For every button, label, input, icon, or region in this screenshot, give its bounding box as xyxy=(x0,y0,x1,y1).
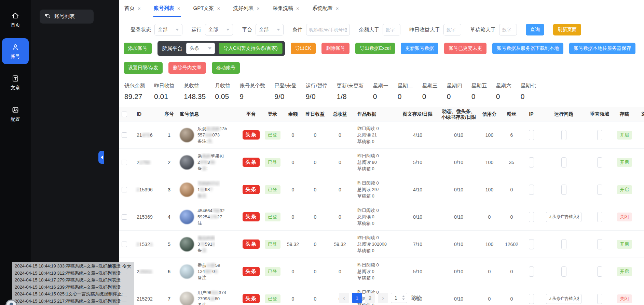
tab-account-list[interactable]: 账号列表× xyxy=(154,0,180,17)
draft-store-tag: 开启 xyxy=(617,131,632,140)
vertical-domain-input[interactable] xyxy=(597,239,602,249)
vertical-domain-input[interactable] xyxy=(597,185,602,195)
upload-to-server-button[interactable]: 账号数据本地传服务器保存 xyxy=(569,43,635,54)
filter-yesterday-income-gt-input[interactable] xyxy=(443,24,461,35)
export-excel-button[interactable]: 导出数据Excel xyxy=(355,43,395,54)
ip-input[interactable] xyxy=(529,212,534,222)
run-issue-input[interactable] xyxy=(561,239,566,249)
sidebar-item-account[interactable]: 账号 xyxy=(2,38,29,64)
cell-value: 0 xyxy=(510,214,513,220)
run-issue-input[interactable] xyxy=(546,212,581,222)
panel-collapse-handle[interactable] xyxy=(98,151,104,164)
works-data-line: 总阅读 80 xyxy=(357,159,377,165)
tab-close-icon[interactable]: × xyxy=(296,5,299,11)
row-index: 7 xyxy=(168,296,170,302)
next-page-button[interactable]: › xyxy=(378,293,388,303)
import-ck-button[interactable]: 导入CK(暂支持头条/百家) xyxy=(219,43,283,54)
works-data-line: 总阅读 302008 xyxy=(357,241,387,247)
stat-value: 0.01 xyxy=(154,92,175,101)
ip-input[interactable] xyxy=(529,266,534,277)
filter-platform-select[interactable]: 全部 xyxy=(256,24,284,35)
tab-system-config[interactable]: 系统配置× xyxy=(312,0,339,17)
run-issue-input[interactable] xyxy=(561,185,566,195)
ip-input[interactable] xyxy=(529,239,534,249)
vertical-domain-input[interactable] xyxy=(597,130,602,140)
ip-input[interactable] xyxy=(529,130,534,140)
vertical-domain-input[interactable] xyxy=(597,212,602,222)
cell-value: 0 xyxy=(339,269,341,274)
query-button[interactable]: 查询 xyxy=(526,24,544,35)
page-button-1[interactable]: 1 xyxy=(352,293,362,303)
tab-close-icon[interactable]: × xyxy=(138,5,141,11)
jump-page-input[interactable]: 1 xyxy=(391,293,407,303)
col-header-select xyxy=(119,107,130,121)
row-checkbox[interactable] xyxy=(122,160,127,165)
ip-input[interactable] xyxy=(529,157,534,168)
tab-home[interactable]: 首页× xyxy=(124,0,141,17)
cell-credit: 0 xyxy=(478,269,501,274)
vertical-domain-input[interactable] xyxy=(597,157,602,168)
delete-account-button[interactable]: 删除账号 xyxy=(321,43,350,54)
cell-platform: 头条 xyxy=(241,130,261,140)
filter-balance-gt-input[interactable] xyxy=(383,24,400,35)
filter-draftbox-gt-input[interactable] xyxy=(499,24,517,35)
spinner-down-icon[interactable] xyxy=(402,299,405,302)
spinner-up-icon[interactable] xyxy=(402,294,405,297)
tab-close-icon[interactable]: × xyxy=(257,5,260,11)
cell-total-income: 0 xyxy=(328,160,352,165)
set-daily-limit-button[interactable]: 设置日限/存发 xyxy=(124,62,163,74)
cell-draft-store: 开启 xyxy=(612,131,637,140)
tab-washed-list[interactable]: 洗好列表× xyxy=(233,0,260,17)
run-issue-input[interactable] xyxy=(561,157,566,168)
menu-search-box[interactable]: 账号列表 xyxy=(40,10,94,24)
add-account-button[interactable]: 添加账号 xyxy=(124,43,152,54)
account-info-line: 2978356 xyxy=(197,159,224,165)
row-checkbox[interactable] xyxy=(122,132,127,138)
tab-close-icon[interactable]: × xyxy=(336,5,339,11)
sidebar-item-home[interactable]: 首页 xyxy=(2,7,29,33)
filter-condition-input[interactable] xyxy=(306,24,350,35)
cell-platform: 头条 xyxy=(241,239,261,249)
tab-close-icon[interactable]: × xyxy=(217,5,220,11)
run-issue-input[interactable] xyxy=(561,130,566,140)
export-ck-button[interactable]: 导出CK xyxy=(291,43,316,54)
cell-value: 0/10 xyxy=(454,214,463,220)
vertical-domain-input[interactable] xyxy=(597,266,602,277)
select-all-checkbox[interactable] xyxy=(122,112,127,117)
tab-gpt-copy[interactable]: GPT文案× xyxy=(193,0,220,17)
platform-group-select[interactable]: 头条 xyxy=(186,43,215,54)
page-button-2[interactable]: 2 xyxy=(365,293,375,303)
col-header-draft-store: 存稿 xyxy=(612,107,637,121)
cell-value: 0 xyxy=(314,242,317,247)
row-checkbox[interactable] xyxy=(122,214,127,220)
sidebar-item-config[interactable]: 配置 xyxy=(2,101,29,127)
cell-seq: 1 xyxy=(161,132,178,138)
cell-draft-store: 关闭 xyxy=(612,294,637,303)
delete-account-articles-button[interactable]: 删除号内文章 xyxy=(168,62,206,74)
run-issue-input[interactable] xyxy=(546,294,581,304)
account-info: 454664758325925417627注 xyxy=(197,208,225,226)
download-from-server-button[interactable]: 账号数据从服务器下载到本地 xyxy=(492,43,563,54)
run-issue-input[interactable] xyxy=(561,266,566,277)
update-account-data-button[interactable]: 更新账号数据 xyxy=(401,43,438,54)
ip-input[interactable] xyxy=(529,294,534,304)
refresh-page-button[interactable]: 刷新页面 xyxy=(553,24,581,35)
sidebar-item-article[interactable]: 文章 xyxy=(2,70,29,96)
row-checkbox[interactable] xyxy=(122,187,127,192)
cell-id: 215396 xyxy=(130,187,161,192)
row-checkbox[interactable] xyxy=(122,242,127,247)
tab-collect-wash[interactable]: 采集洗稿× xyxy=(273,0,299,17)
filter-run-status-select[interactable]: 全部 xyxy=(205,24,233,35)
vertical-domain-input[interactable] xyxy=(597,294,602,304)
prev-page-button[interactable]: ‹ xyxy=(339,293,349,303)
log-line: 2024-04-15 18:44:15 025:1文心一言洗稿系统强制停止: xyxy=(15,291,132,298)
cell-credit: 100 xyxy=(478,242,501,247)
filter-login-status-select[interactable]: 全部 xyxy=(154,24,182,35)
cell-works-data: 昨日阅读 0总阅读 80草稿箱 0 xyxy=(352,152,396,172)
ip-input[interactable] xyxy=(529,185,534,195)
account-changed-not-updated-button[interactable]: 账号已更变未更 xyxy=(444,43,487,54)
enlarge-log-button[interactable]: 变大 xyxy=(122,263,131,270)
move-account-button[interactable]: 移动账号 xyxy=(212,62,240,74)
tab-close-icon[interactable]: × xyxy=(177,5,180,11)
shrink-log-button[interactable]: 缩小 xyxy=(108,263,117,270)
